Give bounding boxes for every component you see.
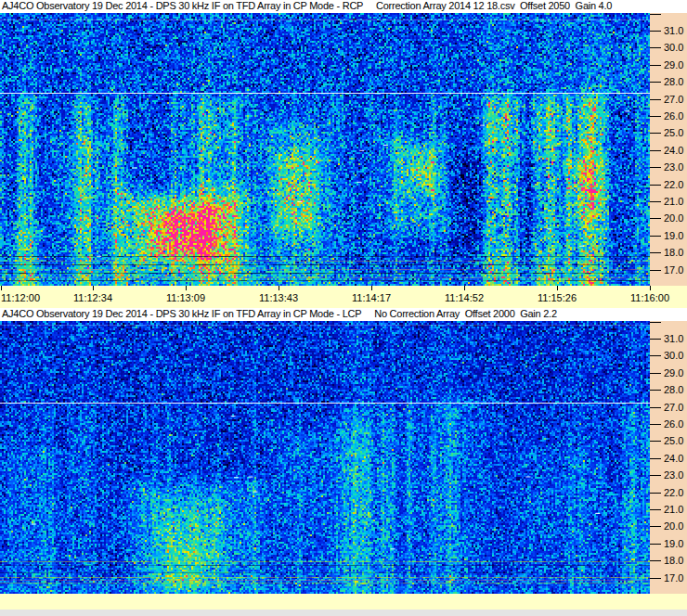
time-tick [279,286,279,290]
freq-tick [650,31,661,32]
freq-tick-label: 31.0 [664,333,683,344]
freq-tick-label: 29.0 [664,367,683,379]
freq-tick [650,424,661,425]
spectrograph-window: AJ4CO Observatory 19 Dec 2014 - DPS 30 k… [0,0,687,616]
time-tick [93,286,94,290]
freq-tick-label: 19.0 [664,538,683,549]
freq-tick [650,578,661,579]
time-tick-label: 11:13:09 [166,292,205,303]
freq-tick-label: 17.0 [664,572,683,584]
freq-tick [650,167,661,168]
time-tick [186,286,187,290]
freq-tick [650,218,661,219]
time-tick [1,286,2,290]
window-footer [0,610,687,616]
freq-axis-top-tick [650,322,661,323]
freq-tick-label: 19.0 [664,230,683,241]
freq-tick [650,236,661,237]
panel2-title: AJ4CO Observatory 19 Dec 2014 - DPS 30 k… [0,308,687,321]
freq-tick-label: 23.0 [664,161,683,173]
freq-tick-label: 18.0 [664,247,683,258]
freq-tick [650,493,661,494]
spectrogram-canvas-lcp [0,321,650,594]
freq-tick [650,99,661,100]
freq-tick-label: 26.0 [664,110,683,122]
time-tick [650,286,651,290]
freq-tick [650,441,661,442]
freq-tick [650,475,661,476]
freq-tick-label: 30.0 [664,350,683,361]
time-tick [371,286,372,290]
freq-tick [650,373,661,374]
time-tick-label: 11:14:52 [445,292,484,303]
freq-tick [650,407,661,408]
freq-tick-label: 22.0 [664,487,683,498]
time-tick-label: 11:12:34 [73,292,112,303]
freq-tick [650,339,661,340]
freq-tick [650,544,661,545]
time-tick-label: 11:13:43 [259,292,298,303]
panel1-title: AJ4CO Observatory 19 Dec 2014 - DPS 30 k… [0,0,687,13]
freq-tick-label: 28.0 [664,76,683,87]
time-tick-label: 11:12:00 [1,292,40,303]
freq-tick-label: 26.0 [664,418,683,430]
freq-tick [650,390,661,391]
freq-tick-label: 28.0 [664,384,683,395]
freq-tick [650,458,661,459]
freq-tick-label: 18.0 [664,555,683,566]
time-tick [557,286,558,290]
freq-tick-label: 24.0 [664,145,683,156]
freq-tick-label: 31.0 [664,25,683,36]
freq-tick [650,82,661,83]
frequency-axis-lcp: 31.030.029.028.027.026.025.024.023.022.0… [650,321,687,594]
freq-tick-label: 27.0 [664,94,683,105]
time-tick-label: 11:16:00 [630,292,669,303]
freq-tick-label: 27.0 [664,402,683,413]
freq-tick-label: 20.0 [664,212,683,224]
freq-tick-label: 22.0 [664,179,683,190]
freq-tick-label: 20.0 [664,520,683,532]
freq-tick-label: 25.0 [664,435,683,446]
freq-tick [650,47,661,48]
freq-tick-label: 29.0 [664,59,683,71]
frequency-axis-rcp: 31.030.029.028.027.026.025.024.023.022.0… [650,13,687,286]
freq-tick [650,185,661,186]
bottom-time-strip [0,594,687,610]
freq-tick [650,201,661,202]
freq-tick [650,355,661,356]
freq-tick-label: 25.0 [664,127,683,138]
freq-tick-label: 30.0 [664,42,683,53]
freq-tick-label: 21.0 [664,196,683,207]
time-axis: 11:12:0011:12:3411:13:0911:13:4311:14:17… [0,286,687,308]
time-tick-label: 11:14:17 [352,292,391,303]
spectrogram-canvas-rcp [0,13,650,286]
freq-tick-label: 23.0 [664,469,683,481]
time-tick-label: 11:15:26 [538,292,577,303]
freq-tick [650,116,661,117]
freq-tick [650,560,661,561]
freq-tick [650,526,661,527]
freq-tick [650,252,661,253]
freq-tick-label: 17.0 [664,264,683,276]
freq-tick [650,509,661,510]
freq-tick-label: 24.0 [664,453,683,464]
freq-axis-top-tick [650,14,661,15]
freq-tick-label: 21.0 [664,504,683,515]
freq-tick [650,65,661,66]
freq-tick [650,150,661,151]
freq-tick [650,270,661,271]
freq-tick [650,133,661,134]
time-tick [464,286,465,290]
